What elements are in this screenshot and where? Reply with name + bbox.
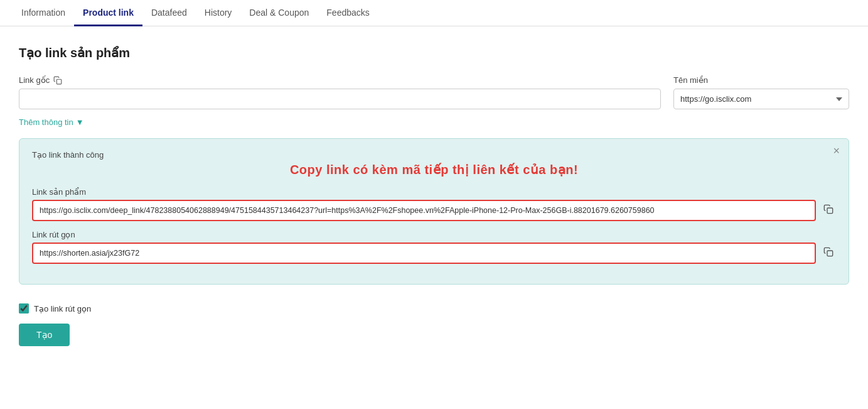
tab-history[interactable]: History xyxy=(196,1,241,26)
tao-link-rut-gon-label[interactable]: Tạo link rút gọn xyxy=(34,304,91,314)
link-rut-gon-group: Link rút gọn xyxy=(32,230,836,264)
tab-datafeed[interactable]: Datafeed xyxy=(142,1,196,26)
link-goc-label: Link gốc xyxy=(19,75,661,85)
tab-feedbacks[interactable]: Feedbacks xyxy=(318,1,378,26)
ten-mien-select[interactable]: https://go.isclix.com xyxy=(673,89,849,109)
link-san-pham-input[interactable] xyxy=(32,200,816,221)
link-san-pham-label: Link sản phẩm xyxy=(32,187,836,197)
success-banner: Copy link có kèm mã tiếp thị liên kết củ… xyxy=(32,162,836,177)
copy-link-rut-gon-button[interactable] xyxy=(821,244,836,262)
chevron-down-icon: ▼ xyxy=(76,117,84,127)
page-title: Tạo link sản phẩm xyxy=(19,45,849,60)
link-rut-gon-label: Link rút gọn xyxy=(32,230,836,239)
them-thong-tin-toggle[interactable]: Thêm thông tin ▼ xyxy=(19,117,84,127)
link-goc-group: Link gốc xyxy=(19,75,661,109)
link-san-pham-group: Link sản phẩm xyxy=(32,187,836,221)
checkbox-row: Tạo link rút gọn xyxy=(19,303,849,314)
copy-icon[interactable] xyxy=(53,76,62,85)
tao-link-rut-gon-checkbox[interactable] xyxy=(19,303,29,314)
create-button[interactable]: Tạo xyxy=(19,324,70,346)
ten-mien-group: Tên miền https://go.isclix.com xyxy=(673,75,849,109)
link-rut-gon-input[interactable] xyxy=(32,243,816,264)
close-button[interactable]: × xyxy=(833,145,840,156)
link-rut-gon-row xyxy=(32,243,836,264)
success-box-title: Tạo link thành công xyxy=(32,150,836,160)
tab-information[interactable]: Information xyxy=(13,1,74,26)
link-san-pham-row xyxy=(32,200,836,221)
form-row: Link gốc Tên miền https://go.isclix.com xyxy=(19,75,849,109)
copy-link-san-pham-button[interactable] xyxy=(821,202,836,219)
link-goc-input[interactable] xyxy=(19,89,661,109)
svg-rect-0 xyxy=(56,79,62,84)
tab-product-link[interactable]: Product link xyxy=(74,1,142,26)
main-content: Tạo link sản phẩm Link gốc Tên miền http… xyxy=(0,26,868,409)
svg-rect-2 xyxy=(827,251,833,256)
tab-bar: Information Product link Datafeed Histor… xyxy=(0,0,868,26)
svg-rect-1 xyxy=(827,208,833,214)
success-box: Tạo link thành công × Copy link có kèm m… xyxy=(19,138,849,285)
ten-mien-label: Tên miền xyxy=(673,75,849,85)
tab-deal-coupon[interactable]: Deal & Coupon xyxy=(240,1,318,26)
